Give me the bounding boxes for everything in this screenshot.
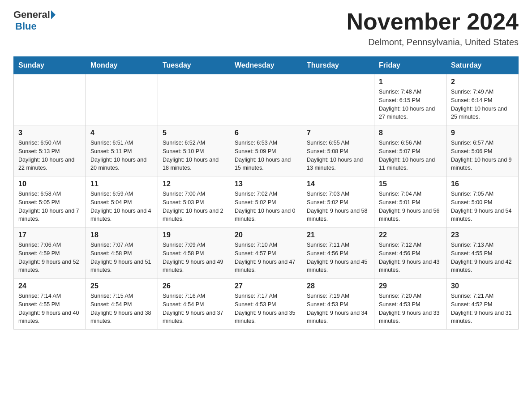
day-info: Sunrise: 6:55 AM Sunset: 5:08 PM Dayligh…	[307, 139, 369, 172]
day-number: 25	[90, 282, 153, 290]
calendar-cell-w5-d4: 27Sunrise: 7:17 AM Sunset: 4:53 PM Dayli…	[230, 278, 302, 330]
location-title: Delmont, Pennsylvania, United States	[347, 37, 519, 47]
day-info: Sunrise: 6:50 AM Sunset: 5:13 PM Dayligh…	[18, 139, 81, 172]
day-info: Sunrise: 7:11 AM Sunset: 4:56 PM Dayligh…	[307, 241, 369, 274]
day-info: Sunrise: 7:06 AM Sunset: 4:59 PM Dayligh…	[18, 241, 81, 274]
calendar-cell-w1-d7: 2Sunrise: 7:49 AM Sunset: 6:14 PM Daylig…	[446, 74, 519, 125]
logo-general-text: General	[13, 9, 50, 21]
day-number: 22	[379, 231, 442, 239]
day-info: Sunrise: 7:05 AM Sunset: 5:00 PM Dayligh…	[451, 190, 514, 223]
calendar-cell-w1-d1	[14, 74, 86, 125]
day-info: Sunrise: 6:57 AM Sunset: 5:06 PM Dayligh…	[451, 139, 514, 172]
calendar-cell-w1-d4	[230, 74, 302, 125]
day-info: Sunrise: 7:20 AM Sunset: 4:53 PM Dayligh…	[379, 292, 442, 325]
day-info: Sunrise: 7:02 AM Sunset: 5:02 PM Dayligh…	[235, 190, 297, 223]
logo-blue-text: Blue	[15, 21, 37, 32]
calendar-cell-w4-d4: 20Sunrise: 7:10 AM Sunset: 4:57 PM Dayli…	[230, 227, 302, 278]
calendar-cell-w3-d3: 12Sunrise: 7:00 AM Sunset: 5:03 PM Dayli…	[158, 176, 230, 227]
day-info: Sunrise: 7:14 AM Sunset: 4:55 PM Dayligh…	[18, 292, 81, 325]
calendar-cell-w5-d7: 30Sunrise: 7:21 AM Sunset: 4:52 PM Dayli…	[446, 278, 519, 330]
col-wednesday: Wednesday	[230, 57, 302, 74]
day-info: Sunrise: 7:00 AM Sunset: 5:03 PM Dayligh…	[163, 190, 225, 223]
calendar-cell-w2-d5: 7Sunrise: 6:55 AM Sunset: 5:08 PM Daylig…	[302, 125, 374, 176]
day-number: 2	[451, 78, 514, 86]
col-friday: Friday	[374, 57, 446, 74]
calendar-cell-w3-d7: 16Sunrise: 7:05 AM Sunset: 5:00 PM Dayli…	[446, 176, 519, 227]
day-number: 30	[451, 282, 514, 290]
col-thursday: Thursday	[302, 57, 374, 74]
calendar-cell-w4-d7: 23Sunrise: 7:13 AM Sunset: 4:55 PM Dayli…	[446, 227, 519, 278]
day-info: Sunrise: 6:56 AM Sunset: 5:07 PM Dayligh…	[379, 139, 442, 172]
day-number: 7	[307, 129, 369, 137]
day-number: 23	[451, 231, 514, 239]
col-monday: Monday	[86, 57, 158, 74]
week-row-4: 17Sunrise: 7:06 AM Sunset: 4:59 PM Dayli…	[14, 227, 519, 278]
day-info: Sunrise: 6:53 AM Sunset: 5:09 PM Dayligh…	[235, 139, 297, 172]
day-number: 13	[235, 180, 297, 188]
calendar-cell-w5-d6: 29Sunrise: 7:20 AM Sunset: 4:53 PM Dayli…	[374, 278, 446, 330]
calendar-cell-w1-d3	[158, 74, 230, 125]
calendar-cell-w5-d2: 25Sunrise: 7:15 AM Sunset: 4:54 PM Dayli…	[86, 278, 158, 330]
day-number: 20	[235, 231, 297, 239]
day-info: Sunrise: 6:51 AM Sunset: 5:11 PM Dayligh…	[90, 139, 153, 172]
calendar-cell-w4-d3: 19Sunrise: 7:09 AM Sunset: 4:58 PM Dayli…	[158, 227, 230, 278]
day-number: 6	[235, 129, 297, 137]
day-info: Sunrise: 6:59 AM Sunset: 5:04 PM Dayligh…	[90, 190, 153, 223]
day-number: 15	[379, 180, 442, 188]
title-area: November 2024 Delmont, Pennsylvania, Uni…	[347, 9, 519, 47]
day-info: Sunrise: 7:03 AM Sunset: 5:02 PM Dayligh…	[307, 190, 369, 223]
calendar-cell-w3-d2: 11Sunrise: 6:59 AM Sunset: 5:04 PM Dayli…	[86, 176, 158, 227]
day-info: Sunrise: 7:48 AM Sunset: 6:15 PM Dayligh…	[379, 88, 442, 121]
col-saturday: Saturday	[446, 57, 519, 74]
logo: General Blue	[13, 9, 56, 32]
calendar-cell-w3-d6: 15Sunrise: 7:04 AM Sunset: 5:01 PM Dayli…	[374, 176, 446, 227]
page-header: General Blue November 2024 Delmont, Penn…	[13, 9, 519, 47]
day-number: 1	[379, 78, 442, 86]
calendar-cell-w2-d7: 9Sunrise: 6:57 AM Sunset: 5:06 PM Daylig…	[446, 125, 519, 176]
day-number: 9	[451, 129, 514, 137]
calendar-cell-w1-d6: 1Sunrise: 7:48 AM Sunset: 6:15 PM Daylig…	[374, 74, 446, 125]
month-title: November 2024	[347, 9, 519, 34]
calendar-cell-w3-d4: 13Sunrise: 7:02 AM Sunset: 5:02 PM Dayli…	[230, 176, 302, 227]
col-sunday: Sunday	[14, 57, 86, 74]
day-info: Sunrise: 7:13 AM Sunset: 4:55 PM Dayligh…	[451, 241, 514, 274]
calendar-cell-w4-d1: 17Sunrise: 7:06 AM Sunset: 4:59 PM Dayli…	[14, 227, 86, 278]
day-info: Sunrise: 7:21 AM Sunset: 4:52 PM Dayligh…	[451, 292, 514, 325]
week-row-2: 3Sunrise: 6:50 AM Sunset: 5:13 PM Daylig…	[14, 125, 519, 176]
day-info: Sunrise: 7:19 AM Sunset: 4:53 PM Dayligh…	[307, 292, 369, 325]
day-number: 5	[163, 129, 225, 137]
day-number: 4	[90, 129, 153, 137]
day-number: 18	[90, 231, 153, 239]
day-number: 29	[379, 282, 442, 290]
day-info: Sunrise: 7:09 AM Sunset: 4:58 PM Dayligh…	[163, 241, 225, 274]
day-number: 21	[307, 231, 369, 239]
week-row-1: 1Sunrise: 7:48 AM Sunset: 6:15 PM Daylig…	[14, 74, 519, 125]
day-number: 27	[235, 282, 297, 290]
calendar-cell-w3-d5: 14Sunrise: 7:03 AM Sunset: 5:02 PM Dayli…	[302, 176, 374, 227]
day-info: Sunrise: 7:16 AM Sunset: 4:54 PM Dayligh…	[163, 292, 225, 325]
day-number: 24	[18, 282, 81, 290]
calendar-cell-w1-d5	[302, 74, 374, 125]
calendar-cell-w1-d2	[86, 74, 158, 125]
day-number: 26	[163, 282, 225, 290]
day-info: Sunrise: 6:52 AM Sunset: 5:10 PM Dayligh…	[163, 139, 225, 172]
calendar-cell-w5-d3: 26Sunrise: 7:16 AM Sunset: 4:54 PM Dayli…	[158, 278, 230, 330]
calendar-cell-w5-d1: 24Sunrise: 7:14 AM Sunset: 4:55 PM Dayli…	[14, 278, 86, 330]
week-row-5: 24Sunrise: 7:14 AM Sunset: 4:55 PM Dayli…	[14, 278, 519, 330]
day-info: Sunrise: 7:04 AM Sunset: 5:01 PM Dayligh…	[379, 190, 442, 223]
day-info: Sunrise: 7:15 AM Sunset: 4:54 PM Dayligh…	[90, 292, 153, 325]
day-info: Sunrise: 7:10 AM Sunset: 4:57 PM Dayligh…	[235, 241, 297, 274]
day-info: Sunrise: 7:49 AM Sunset: 6:14 PM Dayligh…	[451, 88, 514, 121]
calendar-cell-w2-d1: 3Sunrise: 6:50 AM Sunset: 5:13 PM Daylig…	[14, 125, 86, 176]
week-row-3: 10Sunrise: 6:58 AM Sunset: 5:05 PM Dayli…	[14, 176, 519, 227]
calendar-cell-w4-d5: 21Sunrise: 7:11 AM Sunset: 4:56 PM Dayli…	[302, 227, 374, 278]
day-number: 12	[163, 180, 225, 188]
day-info: Sunrise: 7:07 AM Sunset: 4:58 PM Dayligh…	[90, 241, 153, 274]
calendar-cell-w5-d5: 28Sunrise: 7:19 AM Sunset: 4:53 PM Dayli…	[302, 278, 374, 330]
calendar-cell-w2-d6: 8Sunrise: 6:56 AM Sunset: 5:07 PM Daylig…	[374, 125, 446, 176]
day-number: 3	[18, 129, 81, 137]
day-number: 14	[307, 180, 369, 188]
calendar-cell-w4-d6: 22Sunrise: 7:12 AM Sunset: 4:56 PM Dayli…	[374, 227, 446, 278]
day-number: 11	[90, 180, 153, 188]
day-info: Sunrise: 6:58 AM Sunset: 5:05 PM Dayligh…	[18, 190, 81, 223]
